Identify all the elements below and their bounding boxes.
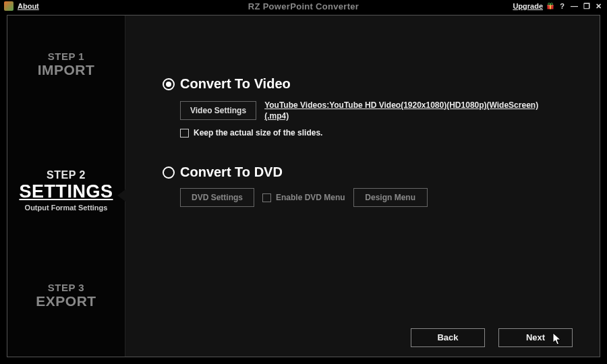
titlebar: About RZ PowerPoint Converter Upgrade ? … (0, 0, 607, 12)
about-link[interactable]: About (18, 2, 39, 10)
video-preset-link[interactable]: YouTube Videos:YouTube HD Video(1920x108… (264, 100, 548, 121)
close-icon[interactable]: ✕ (594, 2, 603, 11)
sidebar-step-settings[interactable]: STEP 2 SETTINGS Output Format Settings (7, 169, 125, 212)
checkbox-label: Keep the actual size of the slides. (194, 128, 322, 138)
checkbox-icon (262, 193, 271, 202)
video-settings-button[interactable]: Video Settings (180, 101, 256, 120)
help-icon[interactable]: ? (558, 2, 567, 11)
gift-icon[interactable] (546, 2, 554, 10)
radio-label: Convert To DVD (180, 164, 283, 180)
main-frame: STEP 1 IMPORT STEP 2 SETTINGS Output For… (7, 15, 600, 357)
upgrade-link[interactable]: Upgrade (513, 2, 543, 10)
dvd-settings-button[interactable]: DVD Settings (180, 188, 254, 207)
convert-to-dvd-block: Convert To DVD DVD Settings Enable DVD M… (163, 164, 579, 207)
app-title: RZ PowerPoint Converter (248, 1, 359, 11)
convert-to-video-radio[interactable]: Convert To Video (163, 76, 579, 92)
checkbox-icon (180, 129, 189, 138)
settings-panel: Convert To Video Video Settings YouTube … (125, 16, 600, 357)
step-number: STEP 1 (7, 51, 125, 62)
convert-to-dvd-radio[interactable]: Convert To DVD (163, 164, 579, 180)
back-button[interactable]: Back (411, 328, 485, 347)
design-menu-button[interactable]: Design Menu (353, 188, 428, 207)
active-step-indicator-icon (117, 189, 125, 202)
app-icon (4, 1, 13, 11)
step-number: STEP 2 (7, 169, 125, 181)
svg-rect-2 (550, 5, 551, 9)
wizard-sidebar: STEP 1 IMPORT STEP 2 SETTINGS Output For… (7, 16, 125, 357)
maximize-icon[interactable]: ❐ (582, 2, 591, 11)
step-name: EXPORT (7, 293, 125, 309)
svg-point-4 (550, 3, 552, 5)
step-name: SETTINGS (7, 181, 125, 202)
sidebar-step-export[interactable]: STEP 3 EXPORT (7, 282, 125, 309)
step-name: IMPORT (7, 62, 125, 78)
radio-label: Convert To Video (180, 76, 291, 92)
wizard-footer: Back Next (411, 328, 573, 347)
checkbox-label: Enable DVD Menu (276, 193, 345, 202)
keep-actual-size-checkbox[interactable]: Keep the actual size of the slides. (180, 128, 579, 138)
step-number: STEP 3 (7, 282, 125, 293)
radio-icon (163, 78, 175, 90)
enable-dvd-menu-checkbox[interactable]: Enable DVD Menu (262, 193, 345, 202)
radio-icon (163, 166, 175, 179)
svg-point-3 (548, 3, 550, 5)
convert-to-video-block: Convert To Video Video Settings YouTube … (163, 76, 579, 138)
next-button[interactable]: Next (498, 328, 573, 347)
minimize-icon[interactable]: — (570, 2, 579, 11)
sidebar-step-import[interactable]: STEP 1 IMPORT (7, 51, 125, 78)
step-subtitle: Output Format Settings (7, 204, 125, 212)
